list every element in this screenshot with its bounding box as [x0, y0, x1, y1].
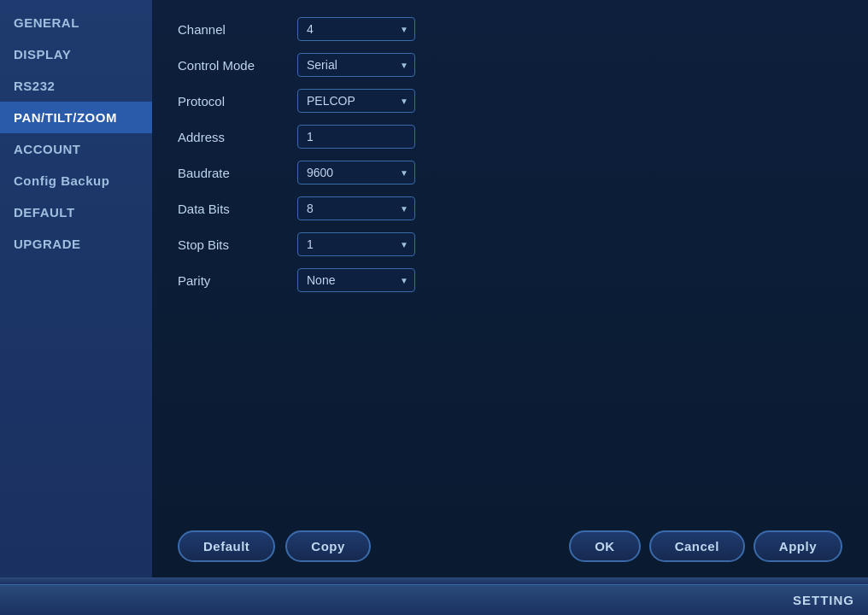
select-protocol[interactable]: PELCOPPELCODVISCASamsung	[297, 89, 415, 113]
select-wrapper-channel: 12345678	[297, 17, 415, 41]
select-control-mode[interactable]: SerialCoaxitron	[297, 53, 415, 77]
select-wrapper-data-bits: 5678	[297, 196, 415, 220]
scrollbar[interactable]	[0, 577, 868, 584]
input-address[interactable]	[297, 125, 415, 149]
label-protocol: Protocol	[178, 94, 297, 108]
label-stop-bits: Stop Bits	[178, 237, 297, 252]
label-baudrate: Baudrate	[178, 166, 297, 180]
form-row-stop-bits: Stop Bits12	[178, 232, 842, 256]
sidebar-item-config-backup[interactable]: Config Backup	[0, 165, 152, 196]
select-baudrate[interactable]: 1200240048009600192003840057600115200	[297, 161, 415, 184]
bottom-bar: Default Copy OK Cancel Apply	[178, 520, 842, 569]
sidebar-item-account[interactable]: ACCOUNT	[0, 133, 152, 165]
label-parity: Parity	[178, 273, 297, 288]
sidebar-item-rs232[interactable]: RS232	[0, 70, 152, 102]
content-panel: Channel12345678Control ModeSerialCoaxitr…	[152, 0, 868, 577]
select-wrapper-stop-bits: 12	[297, 232, 415, 256]
select-data-bits[interactable]: 5678	[297, 196, 415, 220]
status-text: SETTING	[793, 593, 854, 607]
label-address: Address	[178, 130, 297, 144]
form-row-parity: ParityNoneOddEven	[178, 268, 842, 292]
form-row-baudrate: Baudrate12002400480096001920038400576001…	[178, 161, 842, 184]
sidebar-item-pan-tilt-zoom[interactable]: PAN/TILT/ZOOM	[0, 102, 152, 133]
ok-button[interactable]: OK	[569, 530, 641, 562]
label-data-bits: Data Bits	[178, 202, 297, 216]
sidebar-item-display[interactable]: DISPLAY	[0, 38, 152, 70]
apply-button[interactable]: Apply	[754, 530, 842, 562]
select-wrapper-control-mode: SerialCoaxitron	[297, 53, 415, 77]
left-buttons: Default Copy	[178, 530, 371, 562]
right-buttons: OK Cancel Apply	[569, 530, 842, 562]
label-control-mode: Control Mode	[178, 58, 297, 73]
form-row-channel: Channel12345678	[178, 17, 842, 41]
form-row-protocol: ProtocolPELCOPPELCODVISCASamsung	[178, 89, 842, 113]
form-area: Channel12345678Control ModeSerialCoaxitr…	[178, 17, 842, 520]
select-wrapper-protocol: PELCOPPELCODVISCASamsung	[297, 89, 415, 113]
cancel-button[interactable]: Cancel	[649, 530, 745, 562]
form-row-control-mode: Control ModeSerialCoaxitron	[178, 53, 842, 77]
label-channel: Channel	[178, 22, 297, 37]
default-button[interactable]: Default	[178, 530, 275, 562]
sidebar: GENERALDISPLAYRS232PAN/TILT/ZOOMACCOUNTC…	[0, 0, 152, 577]
select-parity[interactable]: NoneOddEven	[297, 268, 415, 292]
sidebar-item-upgrade[interactable]: UPGRADE	[0, 228, 152, 260]
select-channel[interactable]: 12345678	[297, 17, 415, 41]
select-wrapper-parity: NoneOddEven	[297, 268, 415, 292]
select-stop-bits[interactable]: 12	[297, 232, 415, 256]
sidebar-item-general[interactable]: GENERAL	[0, 7, 152, 38]
form-row-data-bits: Data Bits5678	[178, 196, 842, 220]
status-bar: SETTING	[0, 584, 868, 615]
select-wrapper-baudrate: 1200240048009600192003840057600115200	[297, 161, 415, 184]
copy-button[interactable]: Copy	[285, 530, 371, 562]
form-row-address: Address	[178, 125, 842, 149]
sidebar-item-default[interactable]: DEFAULT	[0, 196, 152, 228]
